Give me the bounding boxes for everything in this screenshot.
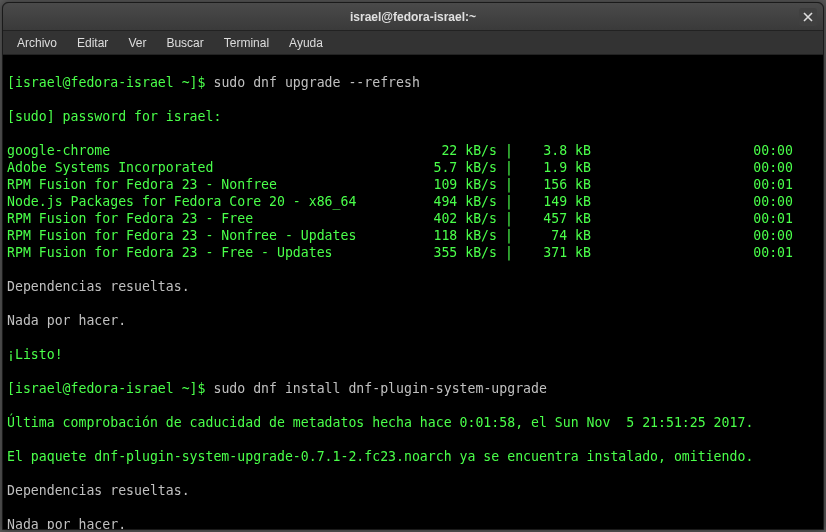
deps-resolved-2: Dependencias resueltas. [7, 482, 819, 499]
terminal-window: israel@fedora-israel:~ Archivo Editar Ve… [2, 2, 824, 530]
repo-name: Node.js Packages for Fedora Core 20 - x8… [7, 193, 407, 210]
menubar: Archivo Editar Ver Buscar Terminal Ayuda [3, 31, 823, 55]
separator: | [497, 193, 521, 210]
repo-row: RPM Fusion for Fedora 23 - Nonfree - Upd… [7, 227, 819, 244]
repo-time: 00:00 [591, 159, 819, 176]
repo-time: 00:01 [591, 244, 819, 261]
separator: | [497, 244, 521, 261]
repo-name: RPM Fusion for Fedora 23 - Free - Update… [7, 244, 407, 261]
prompt-line-2: [israel@fedora-israel ~]$ sudo dnf insta… [7, 380, 819, 397]
repo-speed: 5.7 kB/s [407, 159, 497, 176]
repo-size: 149 kB [521, 193, 591, 210]
repo-time: 00:00 [591, 193, 819, 210]
repo-speed: 402 kB/s [407, 210, 497, 227]
repo-size: 371 kB [521, 244, 591, 261]
done-1: ¡Listo! [7, 346, 819, 363]
shell-prompt: [israel@fedora-israel ~]$ [7, 381, 206, 396]
repo-row: google-chrome22 kB/s|3.8 kB00:00 [7, 142, 819, 159]
separator: | [497, 227, 521, 244]
separator: | [497, 210, 521, 227]
window-title: israel@fedora-israel:~ [350, 10, 476, 24]
repo-row: Adobe Systems Incorporated5.7 kB/s|1.9 k… [7, 159, 819, 176]
repo-name: RPM Fusion for Fedora 23 - Nonfree - Upd… [7, 227, 407, 244]
repo-time: 00:00 [591, 227, 819, 244]
menu-editar[interactable]: Editar [69, 33, 116, 53]
repo-row: Node.js Packages for Fedora Core 20 - x8… [7, 193, 819, 210]
repo-row: RPM Fusion for Fedora 23 - Free402 kB/s|… [7, 210, 819, 227]
shell-prompt: [israel@fedora-israel ~]$ [7, 75, 206, 90]
repo-time: 00:01 [591, 210, 819, 227]
repo-speed: 109 kB/s [407, 176, 497, 193]
repo-name: google-chrome [7, 142, 407, 159]
command-1: sudo dnf upgrade --refresh [206, 75, 420, 90]
repo-row: RPM Fusion for Fedora 23 - Nonfree109 kB… [7, 176, 819, 193]
separator: | [497, 159, 521, 176]
repo-size: 1.9 kB [521, 159, 591, 176]
repo-speed: 22 kB/s [407, 142, 497, 159]
already-installed: El paquete dnf-plugin-system-upgrade-0.7… [7, 448, 819, 465]
nothing-todo-1: Nada por hacer. [7, 312, 819, 329]
repo-row: RPM Fusion for Fedora 23 - Free - Update… [7, 244, 819, 261]
repo-time: 00:00 [591, 142, 819, 159]
deps-resolved-1: Dependencias resueltas. [7, 278, 819, 295]
repo-speed: 494 kB/s [407, 193, 497, 210]
menu-terminal[interactable]: Terminal [216, 33, 277, 53]
menu-ver[interactable]: Ver [120, 33, 154, 53]
terminal-body[interactable]: [israel@fedora-israel ~]$ sudo dnf upgra… [3, 55, 823, 529]
separator: | [497, 142, 521, 159]
sudo-prompt: [sudo] password for israel: [7, 108, 819, 125]
command-2: sudo dnf install dnf-plugin-system-upgra… [206, 381, 547, 396]
close-icon [803, 12, 813, 22]
repo-name: RPM Fusion for Fedora 23 - Free [7, 210, 407, 227]
repo-time: 00:01 [591, 176, 819, 193]
menu-buscar[interactable]: Buscar [158, 33, 211, 53]
menu-ayuda[interactable]: Ayuda [281, 33, 331, 53]
repo-speed: 118 kB/s [407, 227, 497, 244]
repo-speed: 355 kB/s [407, 244, 497, 261]
meta-check: Última comprobación de caducidad de meta… [7, 414, 819, 431]
repo-name: Adobe Systems Incorporated [7, 159, 407, 176]
repo-size: 3.8 kB [521, 142, 591, 159]
repo-size: 457 kB [521, 210, 591, 227]
repo-list-1: google-chrome22 kB/s|3.8 kB00:00Adobe Sy… [7, 142, 819, 261]
close-button[interactable] [799, 8, 817, 26]
repo-size: 74 kB [521, 227, 591, 244]
prompt-line-1: [israel@fedora-israel ~]$ sudo dnf upgra… [7, 74, 819, 91]
menu-archivo[interactable]: Archivo [9, 33, 65, 53]
repo-name: RPM Fusion for Fedora 23 - Nonfree [7, 176, 407, 193]
separator: | [497, 176, 521, 193]
nothing-todo-2: Nada por hacer. [7, 516, 819, 529]
titlebar[interactable]: israel@fedora-israel:~ [3, 3, 823, 31]
repo-size: 156 kB [521, 176, 591, 193]
